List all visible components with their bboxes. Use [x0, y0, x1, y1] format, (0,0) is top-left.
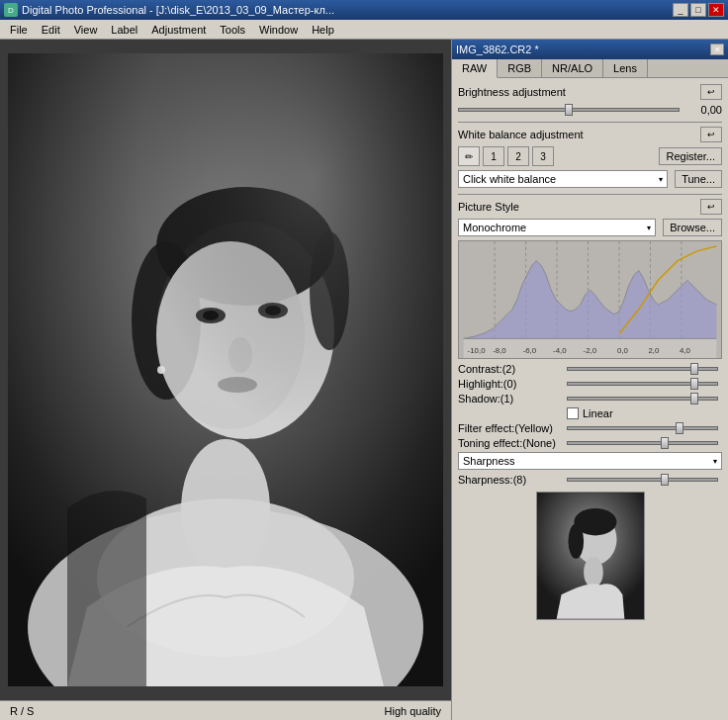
- sharpness-dropdown-row: Sharpness ▾: [458, 452, 722, 470]
- menu-label[interactable]: Label: [105, 22, 143, 38]
- shadow-thumb[interactable]: [690, 393, 698, 405]
- wb-reset[interactable]: ↩: [700, 127, 722, 142]
- svg-text:0,0: 0,0: [617, 346, 629, 355]
- tabs: RAW RGB NR/ALO Lens: [452, 59, 728, 78]
- ps-label: Picture Style: [458, 201, 519, 213]
- brightness-reset[interactable]: ↩: [700, 84, 722, 100]
- wb-header: White balance adjustment ↩: [458, 127, 722, 142]
- sharpness-dropdown-text: Sharpness: [463, 455, 515, 467]
- separator-1: [458, 122, 722, 123]
- contrast-label: Contrast:(2): [458, 363, 567, 375]
- photo-status: R / S High quality: [0, 700, 451, 720]
- contrast-slider[interactable]: [567, 367, 718, 371]
- wb-row1: ✏ 1 2 3 Register...: [458, 146, 722, 166]
- app-icon: D: [4, 3, 18, 17]
- highlight-row: Highlight:(0): [458, 378, 722, 390]
- photo-canvas: [8, 53, 443, 686]
- sharpness-row: Sharpness:(8): [458, 474, 722, 486]
- sharpness-slider[interactable]: [567, 478, 718, 482]
- wb-btn-2[interactable]: 2: [507, 146, 529, 166]
- menu-help[interactable]: Help: [306, 22, 340, 38]
- linear-checkbox[interactable]: [567, 407, 579, 419]
- brightness-value: 0,00: [687, 104, 722, 116]
- filter-label: Filter effect:(Yellow): [458, 422, 567, 434]
- svg-text:4,0: 4,0: [680, 346, 691, 355]
- separator-2: [458, 194, 722, 195]
- wb-btn-1[interactable]: 1: [483, 146, 504, 166]
- menu-adjustment[interactable]: Adjustment: [145, 22, 212, 38]
- right-title-bar: IMG_3862.CR2 * ✕: [452, 40, 728, 59]
- main-layout: R / S High quality IMG_3862.CR2 * ✕ RAW …: [0, 40, 728, 720]
- ps-reset[interactable]: ↩: [700, 199, 722, 215]
- toning-slider[interactable]: [567, 441, 718, 445]
- svg-text:-6,0: -6,0: [523, 346, 537, 355]
- histogram-container: -10,0 -8,0 -6,0 -4,0 -2,0 0,0 2,0 4,0: [458, 240, 722, 359]
- svg-point-41: [584, 557, 603, 587]
- shadow-row: Shadow:(1): [458, 393, 722, 405]
- filter-thumb[interactable]: [676, 422, 683, 434]
- tab-nralo[interactable]: NR/ALO: [542, 59, 603, 77]
- title-bar: D Digital Photo Professional - [J:\disk_…: [0, 0, 728, 20]
- toning-thumb[interactable]: [661, 437, 669, 449]
- brightness-slider[interactable]: [458, 108, 680, 112]
- contrast-thumb[interactable]: [690, 363, 698, 375]
- minimize-button[interactable]: _: [673, 3, 688, 17]
- ps-header: Picture Style ↩: [458, 199, 722, 215]
- status-right: High quality: [385, 705, 441, 717]
- wb-row2: Click white balance ▾ Tune...: [458, 170, 722, 188]
- svg-rect-16: [8, 53, 443, 686]
- tune-button[interactable]: Tune...: [675, 170, 722, 188]
- svg-point-40: [568, 524, 584, 559]
- wb-eyedropper[interactable]: ✏: [458, 146, 480, 166]
- tab-raw[interactable]: RAW: [452, 59, 498, 78]
- brightness-thumb[interactable]: [565, 104, 573, 116]
- menu-view[interactable]: View: [68, 22, 104, 38]
- ps-dropdown-arrow: ▾: [647, 224, 651, 232]
- contrast-row: Contrast:(2): [458, 363, 722, 375]
- brightness-label: Brightness adjustment: [458, 86, 566, 98]
- sharpness-dropdown[interactable]: Sharpness ▾: [458, 452, 722, 470]
- wb-dropdown[interactable]: Click white balance ▾: [458, 170, 668, 188]
- right-panel: IMG_3862.CR2 * ✕ RAW RGB NR/ALO Lens Bri…: [451, 40, 728, 720]
- menu-bar: File Edit View Label Adjustment Tools Wi…: [0, 20, 728, 40]
- highlight-label: Highlight:(0): [458, 378, 567, 390]
- status-left: R / S: [10, 705, 34, 717]
- title-bar-text: Digital Photo Professional - [J:\disk_E\…: [22, 4, 334, 16]
- wb-btn-3[interactable]: 3: [532, 146, 554, 166]
- register-button[interactable]: Register...: [659, 147, 722, 165]
- linear-label: Linear: [583, 407, 613, 419]
- wb-dropdown-text: Click white balance: [463, 173, 556, 185]
- photo-area: [0, 40, 451, 700]
- ps-dropdown-text: Monochrome: [463, 222, 526, 233]
- highlight-thumb[interactable]: [690, 378, 698, 390]
- menu-tools[interactable]: Tools: [214, 22, 251, 38]
- toning-label: Toning effect:(None): [458, 437, 567, 449]
- right-title-text: IMG_3862.CR2 *: [456, 44, 539, 55]
- tab-rgb[interactable]: RGB: [498, 59, 542, 77]
- menu-window[interactable]: Window: [253, 22, 304, 38]
- highlight-slider[interactable]: [567, 382, 718, 386]
- filter-row: Filter effect:(Yellow): [458, 422, 722, 434]
- right-close-button[interactable]: ✕: [710, 44, 724, 55]
- content-area: Brightness adjustment ↩ 0,00 White balan…: [452, 78, 728, 720]
- thumbnail-svg: [537, 492, 644, 620]
- histogram-svg: -10,0 -8,0 -6,0 -4,0 -2,0 0,0 2,0 4,0: [459, 241, 721, 358]
- sharpness-thumb[interactable]: [661, 474, 669, 486]
- brightness-header: Brightness adjustment ↩: [458, 84, 722, 100]
- browse-button[interactable]: Browse...: [663, 219, 722, 236]
- svg-text:-8,0: -8,0: [493, 346, 506, 355]
- sharpness-label: Sharpness:(8): [458, 474, 567, 486]
- ps-dropdown[interactable]: Monochrome ▾: [458, 219, 656, 236]
- maximize-button[interactable]: □: [690, 3, 706, 17]
- close-button[interactable]: ✕: [708, 3, 724, 17]
- menu-edit[interactable]: Edit: [36, 22, 66, 38]
- right-title-buttons: ✕: [710, 44, 724, 55]
- wb-label: White balance adjustment: [458, 129, 584, 140]
- ps-row: Monochrome ▾ Browse...: [458, 219, 722, 236]
- menu-file[interactable]: File: [4, 22, 34, 38]
- svg-text:-4,0: -4,0: [553, 346, 567, 355]
- filter-slider[interactable]: [567, 426, 718, 430]
- thumbnail-area: [464, 492, 716, 620]
- tab-lens[interactable]: Lens: [603, 59, 648, 77]
- shadow-slider[interactable]: [567, 397, 718, 401]
